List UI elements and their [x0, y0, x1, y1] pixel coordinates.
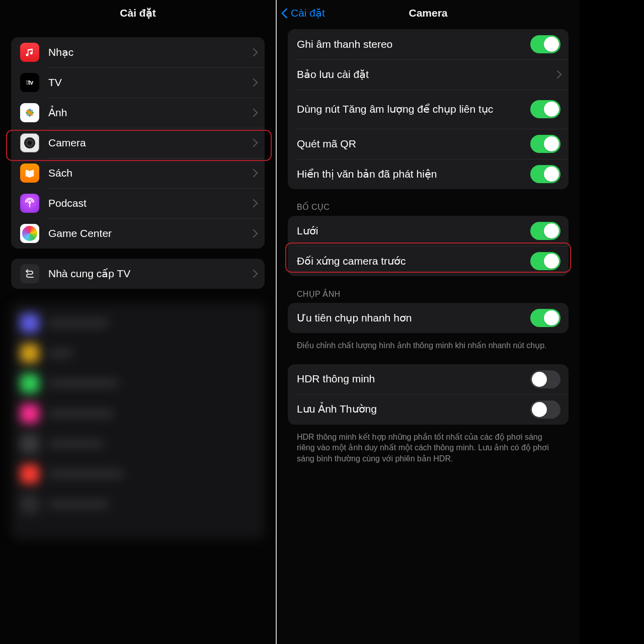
- chevron-right-icon: [251, 138, 257, 148]
- row-label: Ảnh: [48, 106, 251, 119]
- appletv-icon: tv: [20, 73, 39, 92]
- toggle-grid[interactable]: [530, 222, 560, 240]
- chevron-right-icon: [554, 69, 560, 79]
- music-icon: [20, 43, 39, 62]
- hdr-group: HDR thông minh Lưu Ảnh Thường: [288, 364, 569, 425]
- row-label: TV: [48, 76, 251, 89]
- row-detected-text[interactable]: Hiển thị văn bản đã phát hiện: [288, 159, 569, 189]
- row-label: Quét mã QR: [297, 137, 530, 150]
- row-grid[interactable]: Lưới: [288, 216, 569, 246]
- chevron-right-icon: [251, 269, 257, 279]
- row-label: Ghi âm thanh stereo: [297, 38, 530, 51]
- row-label: Đối xứng camera trước: [297, 255, 530, 268]
- chevron-right-icon: [251, 77, 257, 88]
- toggle-keep-normal[interactable]: [530, 400, 560, 419]
- chevron-right-icon: [251, 168, 257, 178]
- toggle-volume-burst[interactable]: [530, 100, 560, 118]
- tvprovider-icon: [20, 264, 39, 283]
- chevron-right-icon: [251, 47, 257, 57]
- row-label: HDR thông minh: [297, 372, 530, 385]
- row-label: Nhạc: [48, 46, 251, 59]
- chevron-right-icon: [251, 228, 257, 238]
- books-icon: [20, 164, 39, 183]
- podcast-icon: [20, 194, 39, 213]
- row-label: Dùng nút Tăng âm lượng để chụp liên tục: [297, 103, 530, 116]
- settings-row-tv[interactable]: tv TV: [11, 67, 265, 98]
- row-label: Nhà cung cấp TV: [48, 267, 251, 280]
- layout-group: Lưới Đối xứng camera trước: [288, 216, 569, 276]
- chevron-right-icon: [251, 198, 257, 208]
- page-title: Camera: [409, 7, 447, 19]
- row-stereo[interactable]: Ghi âm thanh stereo: [288, 29, 569, 59]
- back-button[interactable]: Cài đặt: [282, 0, 325, 26]
- row-faster-shot[interactable]: Ưu tiên chụp nhanh hơn: [288, 303, 569, 333]
- back-label: Cài đặt: [291, 7, 325, 19]
- row-volume-burst[interactable]: Dùng nút Tăng âm lượng để chụp liên tục: [288, 90, 569, 129]
- apps-group: Nhạc tv TV Ảnh: [11, 37, 265, 249]
- toggle-mirror-front[interactable]: [530, 252, 560, 270]
- toggle-faster-shot[interactable]: [530, 309, 560, 327]
- chevron-right-icon: [251, 108, 257, 118]
- settings-row-camera[interactable]: Camera: [11, 128, 265, 158]
- settings-row-tvprovider[interactable]: Nhà cung cấp TV: [11, 259, 265, 289]
- row-label: Hiển thị văn bản đã phát hiện: [297, 168, 530, 181]
- recording-group: Ghi âm thanh stereo Bảo lưu cài đặt Dùng…: [288, 29, 569, 189]
- row-smart-hdr[interactable]: HDR thông minh: [288, 364, 569, 394]
- row-label: Game Center: [48, 227, 251, 240]
- capture-group: Ưu tiên chụp nhanh hơn: [288, 303, 569, 333]
- blurred-apps-group: [11, 303, 265, 539]
- row-label: Camera: [48, 136, 251, 149]
- row-label: Sách: [48, 167, 251, 180]
- section-header-capture: CHỤP ẢNH: [297, 289, 559, 299]
- footer-faster-shot: Điều chỉnh chất lượng hình ảnh thông min…: [297, 340, 559, 351]
- tvprovider-group: Nhà cung cấp TV: [11, 259, 265, 289]
- toggle-qr[interactable]: [530, 135, 560, 153]
- toggle-smart-hdr[interactable]: [530, 370, 560, 388]
- gamecenter-icon: [20, 224, 39, 243]
- row-label: Lưu Ảnh Thường: [297, 403, 530, 416]
- settings-row-books[interactable]: Sách: [11, 158, 265, 188]
- section-header-layout: BỐ CỤC: [297, 202, 559, 212]
- row-preserve-settings[interactable]: Bảo lưu cài đặt: [288, 59, 569, 90]
- settings-row-gamecenter[interactable]: Game Center: [11, 218, 265, 249]
- svg-point-8: [29, 201, 31, 203]
- row-mirror-front[interactable]: Đối xứng camera trước: [288, 246, 569, 276]
- row-label: Bảo lưu cài đặt: [297, 68, 554, 81]
- row-qr[interactable]: Quét mã QR: [288, 129, 569, 159]
- settings-row-music[interactable]: Nhạc: [11, 37, 265, 67]
- photos-icon: [20, 103, 39, 122]
- footer-hdr: HDR thông minh kết hợp những phần tốt nh…: [297, 432, 559, 464]
- camera-icon: [20, 133, 39, 152]
- row-label: Lưới: [297, 224, 530, 237]
- row-label: Podcast: [48, 197, 251, 210]
- toggle-detected-text[interactable]: [530, 165, 560, 183]
- settings-row-photos[interactable]: Ảnh: [11, 98, 265, 128]
- settings-row-podcast[interactable]: Podcast: [11, 188, 265, 218]
- toggle-stereo[interactable]: [530, 35, 560, 53]
- row-label: Ưu tiên chụp nhanh hơn: [297, 311, 530, 325]
- row-keep-normal[interactable]: Lưu Ảnh Thường: [288, 394, 569, 425]
- chevron-left-icon: [282, 7, 289, 19]
- page-title: Cài đặt: [120, 7, 155, 19]
